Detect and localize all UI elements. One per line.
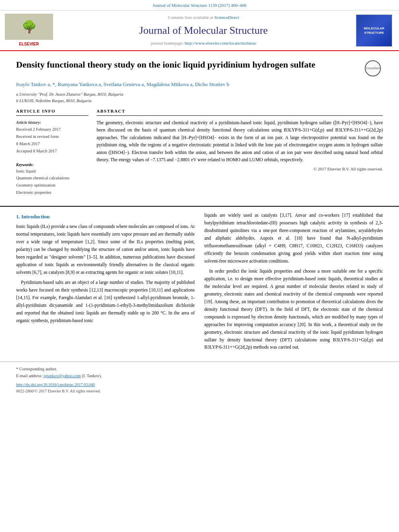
abstract-text: The geometry, electronic structure and c…: [97, 119, 383, 163]
journal-header-center: Contents lists available at ScienceDirec…: [57, 14, 350, 47]
keyword-3: Geometry optimization: [16, 182, 88, 189]
keyword-2: Quantum chemical calculations: [16, 175, 88, 182]
doi-line: http://dx.doi.org/10.1016/j.molstruc.201…: [16, 382, 383, 388]
elsevier-tree-graphic: 🌳: [5, 14, 53, 40]
article-info-header: ARTICLE INFO: [16, 108, 88, 116]
abstract-col: ABSTRACT The geometry, electronic struct…: [97, 108, 383, 196]
elsevier-logo-area: 🌳 ELSEVIER: [5, 14, 53, 47]
doi-link[interactable]: http://dx.doi.org/10.1016/j.molstruc.201…: [16, 382, 95, 387]
affiliation-b: b LUKOIL Neftohim Burgas, 8010, Bulgaria: [16, 98, 383, 104]
body-right-col: liquids are widely used as catalysts [3,…: [204, 212, 383, 353]
right-para-1: liquids are widely used as catalysts [3,…: [204, 212, 383, 265]
elsevier-brand-text: ELSEVIER: [19, 41, 39, 47]
journal-reference-bar: Journal of Molecular Structure 1139 (201…: [0, 0, 399, 10]
keywords-label: Keywords:: [16, 162, 88, 168]
section-divider: [0, 206, 399, 207]
corresponding-label: * Corresponding author.: [16, 367, 57, 371]
received-date: Received 2 February 2017: [16, 126, 88, 133]
intro-body-text: Ionic liquids (ILs) provide a new class …: [16, 223, 195, 325]
journal-reference-text: Journal of Molecular Structure 1139 (201…: [153, 3, 247, 8]
footnote-section: * Corresponding author. E-mail address: …: [0, 362, 399, 397]
journal-title: Journal of Molecular Structure: [139, 23, 268, 38]
revised-label: Received in revised form: [16, 133, 88, 140]
affiliation-a: a University "Prof. Dr. Assen Zlatarov" …: [16, 91, 383, 98]
footnote-corresponding: * Corresponding author.: [16, 366, 383, 373]
article-title: Density functional theory study on the i…: [16, 59, 359, 71]
revised-date: 8 March 2017: [16, 140, 88, 148]
sciencedirect-label: Contents lists available at ScienceDirec…: [168, 14, 239, 21]
right-para-2: In order predict the ionic liquids prope…: [204, 267, 383, 351]
journal-cover-image-area: MOLECULAR STRUCTURE: [354, 14, 394, 47]
keywords-list: Ionic liquid Quantum chemical calculatio…: [16, 168, 88, 196]
journal-homepage: journal homepage: http://www.elsevier.co…: [150, 40, 256, 46]
history-label: Article history:: [16, 119, 88, 126]
footnote-email: E-mail address: igtankov@yahoo.com (I. T…: [16, 373, 383, 380]
journal-cover-image: MOLECULAR STRUCTURE: [356, 14, 392, 47]
crossmark-icon: CrossMark: [365, 60, 381, 76]
abstract-header: ABSTRACT: [97, 108, 383, 116]
article-content: Density functional theory study on the i…: [0, 51, 399, 200]
sciencedirect-link[interactable]: ScienceDirect: [214, 15, 239, 20]
intro-para-2: Pyridinium-based salts are an object of …: [16, 279, 195, 325]
article-history-block: Article history: Received 2 February 201…: [16, 119, 88, 154]
email-link[interactable]: igtankov@yahoo.com: [43, 374, 81, 378]
right-body-text: liquids are widely used as catalysts [3,…: [204, 212, 383, 351]
article-info-col: ARTICLE INFO Article history: Received 2…: [16, 108, 88, 196]
authors-line: Ivaylo Tankov a, *, Rumyana Yankova a, S…: [16, 80, 383, 89]
accepted-date: Accepted 8 March 2017: [16, 148, 88, 155]
article-title-section: Density functional theory study on the i…: [16, 59, 383, 77]
issn-line: 0022-2860/© 2017 Elsevier B.V. All right…: [16, 388, 383, 394]
body-left-col: 1. Introduction Ionic liquids (ILs) prov…: [16, 212, 195, 353]
keyword-4: Electronic properties: [16, 189, 88, 196]
affiliations: a University "Prof. Dr. Assen Zlatarov" …: [16, 91, 383, 104]
intro-para-1: Ionic liquids (ILs) provide a new class …: [16, 223, 195, 276]
email-suffix: (I. Tankov).: [82, 374, 102, 378]
homepage-url[interactable]: http://www.elsevier.com/locate/molstruc: [185, 41, 256, 45]
journal-header: 🌳 ELSEVIER Contents lists available at S…: [0, 10, 399, 51]
intro-section-title: 1. Introduction: [16, 213, 195, 220]
body-two-col: 1. Introduction Ionic liquids (ILs) prov…: [0, 212, 399, 353]
copyright-line: © 2017 Elsevier B.V. All rights reserved…: [97, 166, 383, 173]
keyword-1: Ionic liquid: [16, 168, 88, 175]
article-info-abstract-section: ARTICLE INFO Article history: Received 2…: [16, 108, 383, 196]
email-label: E-mail address:: [16, 374, 43, 378]
crossmark-area: CrossMark: [363, 59, 383, 77]
